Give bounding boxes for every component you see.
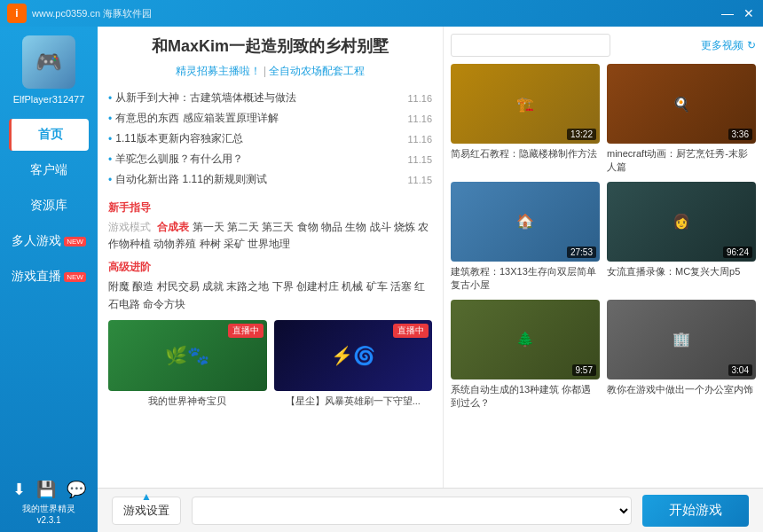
video-title-2: minecraft动画：厨艺烹饪秀-末影人篇 bbox=[607, 147, 756, 175]
guide-link[interactable]: 世界地理 bbox=[248, 238, 290, 250]
guide-link[interactable]: 食物 bbox=[297, 221, 321, 233]
sidebar-item-home[interactable]: 首页 bbox=[9, 119, 89, 151]
video-card[interactable]: 🏢 3:04 教你在游戏中做出一个办公室内饰 bbox=[607, 300, 756, 411]
news-item[interactable]: • 有意思的东西 感应箱装置原理详解 11.16 bbox=[108, 108, 432, 129]
live-thumb-1[interactable]: 🌿🐾 直播中 bbox=[108, 320, 267, 391]
titlebar-site-label: www.pc0359.cn 海豚软件园 bbox=[32, 7, 152, 20]
video-card[interactable]: 🏠 27:53 建筑教程：13X13生存向双层简单复古小屋 bbox=[451, 182, 600, 293]
left-panel: 和MaxKim一起造别致的乡村别墅 精灵招募主播啦！ | 全自动农场配套工程 •… bbox=[98, 27, 444, 488]
sidebar-bottom: ⬇ 💾 💬 我的世界精灵v2.3.1 bbox=[0, 473, 98, 532]
adv-link[interactable]: 创建村庄 bbox=[296, 280, 342, 293]
guide-link[interactable]: 烧炼 bbox=[394, 221, 418, 233]
guide-label: 游戏模式 bbox=[108, 221, 151, 233]
username-label: ElfPlayer312477 bbox=[13, 94, 85, 105]
sidebar-nav: 首页 客户端 资源库 多人游戏 NEW 游戏直播 NEW bbox=[0, 119, 98, 293]
adv-link[interactable]: 村民交易 bbox=[157, 280, 202, 293]
sidebar-item-live[interactable]: 游戏直播 NEW bbox=[9, 261, 89, 293]
version-select[interactable]: 1.11 1.10 bbox=[192, 497, 632, 525]
video-thumb-6[interactable]: 🏢 3:04 bbox=[607, 300, 756, 379]
video-card[interactable]: 🏗️ 13:22 简易红石教程：隐藏楼梯制作方法 bbox=[451, 64, 600, 175]
right-panel: 更多视频 ↻ 🏗️ 13:22 简易红石教程：隐藏楼梯制作方法 bbox=[444, 27, 763, 488]
sidebar: 🎮 ElfPlayer312477 首页 客户端 资源库 多人游戏 NEW 游戏… bbox=[0, 27, 98, 532]
guide-link[interactable]: 动物养殖 bbox=[153, 238, 199, 250]
video-title-3: 建筑教程：13X13生存向双层简单复古小屋 bbox=[451, 265, 600, 293]
video-card[interactable]: 🌲 9:57 系统自动生成的13种建筑 你都遇到过么？ bbox=[451, 300, 600, 411]
video-duration-1: 13:22 bbox=[567, 129, 596, 140]
news-item[interactable]: • 从新手到大神：古建筑墙体概述与做法 11.16 bbox=[108, 88, 432, 108]
news-dot: • bbox=[108, 133, 112, 145]
live-item-2[interactable]: ⚡🌀 直播中 【星尘】风暴英雄刷一下守望... bbox=[274, 320, 433, 408]
subtitle: 精灵招募主播啦！ | 全自动农场配套工程 bbox=[108, 64, 432, 79]
guide-section: 游戏模式 合成表 第一天 第二天 第三天 食物 物品 生物 战斗 烧炼 农作物种… bbox=[108, 219, 432, 253]
guide-section-title: 新手指导 bbox=[108, 200, 432, 215]
video-thumb-1[interactable]: 🏗️ 13:22 bbox=[451, 64, 600, 144]
video-duration-4: 96:24 bbox=[723, 246, 752, 258]
guide-link[interactable]: 战斗 bbox=[370, 221, 394, 233]
guide-link[interactable]: 物品 bbox=[321, 221, 345, 233]
game-settings-label: 游戏设置 bbox=[123, 503, 169, 519]
adv-link[interactable]: 活塞 bbox=[390, 280, 414, 293]
news-item[interactable]: • 自动化新出路 1.11的新规则测试 11.15 bbox=[108, 169, 432, 190]
video-title-6: 教你在游戏中做出一个办公室内饰 bbox=[607, 383, 756, 396]
news-item[interactable]: • 羊驼怎么驯服？有什么用？ 11.15 bbox=[108, 149, 432, 169]
close-button[interactable]: ✕ bbox=[742, 6, 756, 20]
titlebar-logo: i www.pc0359.cn 海豚软件园 bbox=[7, 4, 152, 23]
guide-link[interactable]: 第三天 bbox=[262, 221, 296, 233]
news-dot: • bbox=[108, 174, 112, 186]
guide-link[interactable]: 生物 bbox=[345, 221, 369, 233]
video-duration-6: 3:04 bbox=[728, 364, 752, 376]
adv-link[interactable]: 成就 bbox=[202, 280, 226, 293]
news-dot: • bbox=[108, 153, 112, 166]
titlebar: i www.pc0359.cn 海豚软件园 — ✕ bbox=[0, 0, 763, 27]
video-thumb-2[interactable]: 🍳 3:36 bbox=[607, 64, 756, 144]
minimize-button[interactable]: — bbox=[720, 6, 735, 20]
new-badge-multiplayer: NEW bbox=[64, 237, 86, 246]
guide-link[interactable]: 第二天 bbox=[227, 221, 262, 233]
adv-link[interactable]: 矿车 bbox=[366, 280, 390, 293]
download-icon[interactable]: ⬇ bbox=[12, 480, 26, 499]
game-settings-tab[interactable]: ▲ 游戏设置 bbox=[112, 497, 181, 525]
app-version-label: 我的世界精灵v2.3.1 bbox=[22, 503, 75, 525]
message-icon[interactable]: 💬 bbox=[67, 480, 86, 499]
video-thumb-4[interactable]: 👩 96:24 bbox=[607, 182, 756, 262]
video-thumb-5[interactable]: 🌲 9:57 bbox=[451, 300, 600, 379]
sidebar-item-multiplayer[interactable]: 多人游戏 NEW bbox=[9, 225, 89, 257]
avatar: 🎮 bbox=[22, 35, 75, 89]
more-videos-link[interactable]: 更多视频 ↻ bbox=[701, 38, 756, 53]
start-game-button[interactable]: 开始游戏 bbox=[642, 495, 749, 527]
guide-link[interactable]: 种树 bbox=[200, 238, 224, 250]
guide-link[interactable]: 采矿 bbox=[224, 238, 248, 250]
content: 和MaxKim一起造别致的乡村别墅 精灵招募主播啦！ | 全自动农场配套工程 •… bbox=[98, 27, 763, 532]
live-item-1[interactable]: 🌿🐾 直播中 我的世界神奇宝贝 bbox=[108, 320, 267, 408]
adv-link[interactable]: 附魔 bbox=[108, 280, 132, 293]
search-input[interactable] bbox=[451, 34, 610, 57]
live-title-1: 我的世界神奇宝贝 bbox=[108, 395, 267, 408]
advanced-section-title: 高级进阶 bbox=[108, 260, 432, 275]
video-card[interactable]: 🍳 3:36 minecraft动画：厨艺烹饪秀-末影人篇 bbox=[607, 64, 756, 175]
subtitle-left: 精灵招募主播啦！ bbox=[176, 65, 261, 77]
video-card[interactable]: 👩 96:24 女流直播录像：MC复兴大周p5 bbox=[607, 182, 756, 293]
news-dot: • bbox=[108, 92, 112, 105]
news-list: • 从新手到大神：古建筑墙体概述与做法 11.16 • 有意思的东西 感应箱装置… bbox=[108, 88, 432, 190]
live-section: 🌿🐾 直播中 我的世界神奇宝贝 ⚡🌀 直播中 【星尘】风暴英雄刷一下守望... bbox=[108, 320, 432, 408]
save-icon[interactable]: 💾 bbox=[36, 480, 56, 499]
adv-link[interactable]: 下界 bbox=[272, 280, 296, 293]
right-header: 更多视频 ↻ bbox=[451, 34, 756, 57]
guide-link[interactable]: 第一天 bbox=[193, 221, 227, 233]
sidebar-item-resources[interactable]: 资源库 bbox=[9, 190, 89, 222]
tab-arrow-icon: ▲ bbox=[141, 490, 152, 503]
video-thumb-3[interactable]: 🏠 27:53 bbox=[451, 182, 600, 262]
news-item[interactable]: • 1.11版本更新内容独家汇总 11.16 bbox=[108, 129, 432, 149]
live-thumb-2[interactable]: ⚡🌀 直播中 bbox=[274, 320, 433, 391]
news-dot: • bbox=[108, 113, 112, 125]
guide-highlight[interactable]: 合成表 bbox=[157, 221, 189, 233]
live-title-2: 【星尘】风暴英雄刷一下守望... bbox=[274, 395, 433, 408]
adv-link[interactable]: 酿造 bbox=[132, 280, 156, 293]
sidebar-item-client[interactable]: 客户端 bbox=[9, 154, 89, 186]
adv-link[interactable]: 末路之地 bbox=[226, 280, 271, 293]
main-content: 和MaxKim一起造别致的乡村别墅 精灵招募主播啦！ | 全自动农场配套工程 •… bbox=[98, 27, 763, 488]
adv-link[interactable]: 命令方块 bbox=[143, 298, 185, 310]
adv-link[interactable]: 机械 bbox=[342, 280, 366, 293]
subtitle-right: 全自动农场配套工程 bbox=[269, 65, 365, 77]
new-badge-live: NEW bbox=[64, 272, 86, 282]
